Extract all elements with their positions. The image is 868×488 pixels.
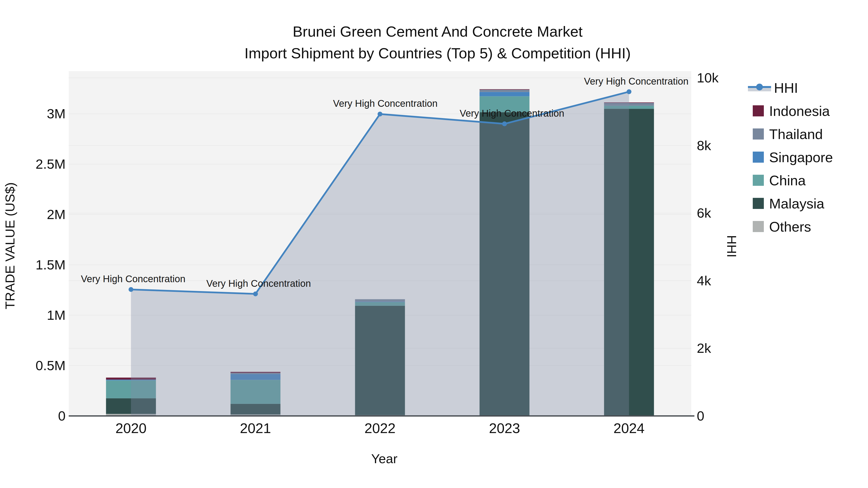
annotation-2021: Very High Concentration bbox=[207, 278, 311, 289]
bar-segment-indonesia-2023[interactable] bbox=[479, 89, 529, 90]
legend-swatch-others bbox=[753, 221, 764, 232]
x-tick-2024: 2024 bbox=[613, 420, 645, 436]
x-axis-title: Year bbox=[371, 451, 397, 466]
annotation-2022: Very High Concentration bbox=[333, 98, 438, 109]
annotation-2020: Very High Concentration bbox=[81, 273, 185, 284]
legend-label-thailand: Thailand bbox=[769, 126, 823, 142]
bar-segment-singapore-2023[interactable] bbox=[479, 92, 529, 96]
legend: HHIIndonesiaThailandSingaporeChinaMalays… bbox=[753, 76, 833, 238]
legend-item-china[interactable]: China bbox=[753, 169, 833, 192]
y-left-tick: 2M bbox=[47, 207, 66, 222]
legend-swatch-malaysia bbox=[753, 198, 764, 209]
x-tick-2021: 2021 bbox=[240, 420, 271, 436]
y-left-tick: 3M bbox=[47, 106, 66, 121]
x-tick-2023: 2023 bbox=[489, 420, 520, 436]
legend-item-singapore[interactable]: Singapore bbox=[753, 145, 833, 169]
legend-label-china: China bbox=[769, 172, 806, 189]
y-right-tick: 0 bbox=[697, 408, 704, 423]
y-right-tick: 2k bbox=[697, 340, 711, 356]
legend-swatch-thailand bbox=[753, 128, 764, 139]
y-left-tick: 0 bbox=[58, 408, 66, 423]
legend-label-malaysia: Malaysia bbox=[769, 195, 824, 212]
y-left-tick: 0.5M bbox=[36, 358, 66, 373]
x-tick-2020: 2020 bbox=[116, 420, 147, 436]
x-tick-2022: 2022 bbox=[364, 420, 396, 436]
legend-label-indonesia: Indonesia bbox=[769, 103, 830, 119]
y-left-tick: 1.5M bbox=[36, 257, 66, 272]
annotation-2023: Very High Concentration bbox=[460, 108, 564, 119]
legend-item-thailand[interactable]: Thailand bbox=[753, 123, 833, 145]
y-left-axis-title: TRADE VALUE (US$) bbox=[3, 182, 17, 309]
bar-segment-thailand-2023[interactable] bbox=[479, 90, 529, 92]
hhi-marker-2021[interactable] bbox=[253, 292, 258, 296]
legend-label-others: Others bbox=[769, 219, 811, 235]
legend-swatch-indonesia bbox=[753, 105, 764, 117]
y-left-tick: 1M bbox=[47, 307, 66, 323]
legend-item-others[interactable]: Others bbox=[753, 215, 833, 238]
legend-label-hhi: HHI bbox=[774, 80, 798, 96]
chart-svg[interactable]: Very High ConcentrationVery High Concent… bbox=[0, 0, 868, 488]
hhi-marker-2023[interactable] bbox=[502, 122, 507, 126]
y-right-tick: 10k bbox=[697, 70, 719, 85]
legend-label-singapore: Singapore bbox=[769, 149, 833, 165]
legend-swatch-china bbox=[753, 175, 764, 186]
hhi-marker-2024[interactable] bbox=[627, 89, 631, 94]
legend-item-indonesia[interactable]: Indonesia bbox=[753, 99, 833, 123]
legend-swatch-singapore bbox=[753, 152, 764, 163]
y-right-axis-title: HHI bbox=[724, 235, 739, 258]
hhi-line-icon bbox=[748, 82, 771, 93]
y-left-tick: 2.5M bbox=[36, 156, 66, 171]
y-right-tick: 8k bbox=[697, 138, 711, 153]
annotation-2024: Very High Concentration bbox=[584, 76, 689, 87]
hhi-marker-2022[interactable] bbox=[378, 111, 382, 117]
hhi-marker-2020[interactable] bbox=[128, 287, 133, 292]
y-right-tick: 4k bbox=[697, 273, 711, 288]
y-right-tick: 6k bbox=[697, 205, 711, 221]
legend-item-hhi[interactable]: HHI bbox=[753, 76, 833, 99]
legend-item-malaysia[interactable]: Malaysia bbox=[753, 192, 833, 215]
